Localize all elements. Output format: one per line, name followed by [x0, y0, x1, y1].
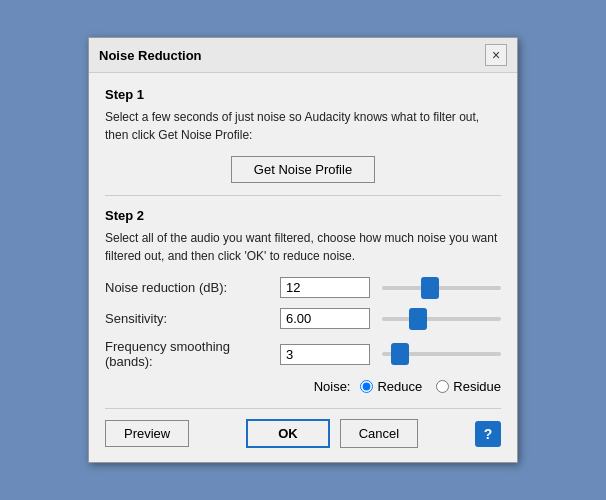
noise-reduction-input[interactable] [280, 277, 370, 298]
sensitivity-row: Sensitivity: [105, 308, 501, 329]
step1-title: Step 1 [105, 87, 501, 102]
noise-reduction-label: Noise reduction (dB): [105, 280, 280, 295]
noise-radio-group: Reduce Residue [360, 379, 501, 394]
residue-radio-label: Residue [453, 379, 501, 394]
sensitivity-label: Sensitivity: [105, 311, 280, 326]
frequency-smoothing-label: Frequency smoothing (bands): [105, 339, 280, 369]
reduce-radio[interactable] [360, 380, 373, 393]
noise-reduction-dialog: Noise Reduction × Step 1 Select a few se… [88, 37, 518, 463]
ok-button[interactable]: OK [246, 419, 330, 448]
cancel-button[interactable]: Cancel [340, 419, 418, 448]
get-noise-profile-button[interactable]: Get Noise Profile [231, 156, 375, 183]
title-bar: Noise Reduction × [89, 38, 517, 73]
help-button[interactable]: ? [475, 421, 501, 447]
step2-title: Step 2 [105, 208, 501, 223]
frequency-smoothing-input[interactable] [280, 344, 370, 365]
frequency-smoothing-slider-track [382, 352, 501, 356]
step1-description: Select a few seconds of just noise so Au… [105, 108, 501, 144]
reduce-radio-option[interactable]: Reduce [360, 379, 422, 394]
frequency-smoothing-row: Frequency smoothing (bands): [105, 339, 501, 369]
footer-row: Preview OK Cancel ? [105, 419, 501, 448]
footer-divider [105, 408, 501, 409]
frequency-smoothing-slider-thumb[interactable] [391, 343, 409, 365]
sensitivity-slider-thumb[interactable] [409, 308, 427, 330]
noise-options-label: Noise: [314, 379, 351, 394]
noise-reduction-slider-thumb[interactable] [421, 277, 439, 299]
dialog-body: Step 1 Select a few seconds of just nois… [89, 73, 517, 462]
close-button[interactable]: × [485, 44, 507, 66]
preview-button[interactable]: Preview [105, 420, 189, 447]
noise-reduction-slider-track [382, 286, 501, 290]
step2-description: Select all of the audio you want filtere… [105, 229, 501, 265]
residue-radio-option[interactable]: Residue [436, 379, 501, 394]
footer-center-buttons: OK Cancel [246, 419, 418, 448]
dialog-title: Noise Reduction [99, 48, 202, 63]
sensitivity-slider-track [382, 317, 501, 321]
residue-radio[interactable] [436, 380, 449, 393]
get-profile-row: Get Noise Profile [105, 156, 501, 183]
divider1 [105, 195, 501, 196]
sensitivity-input[interactable] [280, 308, 370, 329]
noise-reduction-row: Noise reduction (dB): [105, 277, 501, 298]
reduce-radio-label: Reduce [377, 379, 422, 394]
noise-options-row: Noise: Reduce Residue [105, 379, 501, 394]
